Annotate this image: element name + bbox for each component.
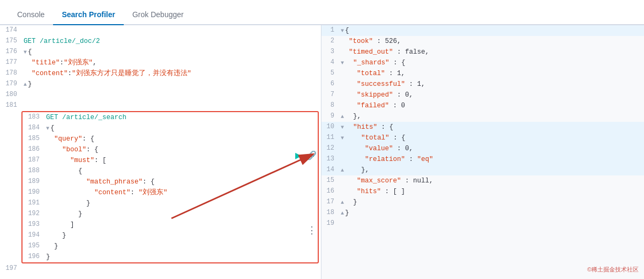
tab-console[interactable]: Console [9,5,53,25]
tab-search-profiler[interactable]: Search Profiler [53,5,124,25]
run-button[interactable]: ▶ [295,149,302,162]
output-line-9: 9 ▲ }, [321,111,644,122]
line-197: 197 [0,263,321,274]
output-line-6: 6 "successful" : 1, [321,79,644,90]
line-194: 194 } [23,230,318,241]
line-180: 180 [0,90,321,100]
output-line-16: 16 "hits" : [ ] [321,186,644,197]
output-line-8: 8 "failed" : 0 [321,100,644,111]
line-174: 174 [0,25,321,36]
output-line-19: 19 [321,218,644,229]
output-panel[interactable]: 1 ▼{ 2 "took" : 526, 3 "timed_out" : fal… [321,25,644,279]
tab-bar: Console Search Profiler Grok Debugger [0,0,644,25]
line-191: 191 } [23,198,318,209]
output-line-7: 7 "skipped" : 0, [321,90,644,100]
line-189: 189 "match_phrase": { [23,177,318,187]
line-188: 188 { [23,166,318,177]
output-line-18: 18 ▲} [321,208,644,218]
watermark: ©稀土掘金技术社区 [587,266,639,274]
output-code: 1 ▼{ 2 "took" : 526, 3 "timed_out" : fal… [321,25,644,229]
line-196: 196 } [23,252,318,262]
output-line-11: 11 ▼ "total" : { [321,133,644,143]
output-line-13: 13 "relation" : "eq" [321,154,644,165]
main-content: 174 175 GET /article/_doc/2 176 ▼{ 177 "… [0,25,644,279]
line-195: 195 } [23,241,318,252]
line-177: 177 "title":"刘强东", [0,57,321,68]
editor-panel: 174 175 GET /article/_doc/2 176 ▼{ 177 "… [0,25,321,279]
output-line-10: 10 ▼ "hits" : { [321,122,644,133]
output-line-17: 17 ▲ } [321,197,644,208]
line-181: 181 [0,100,321,111]
more-options-button[interactable]: ⋮ [307,224,317,236]
line-179: 179 ▲} [0,79,321,90]
link-icon[interactable]: 🔗 [306,150,317,161]
line-187: 187 "must": [ [23,155,318,166]
output-line-3: 3 "timed_out" : false, [321,47,644,57]
output-line-2: 2 "took" : 526, [321,36,644,47]
line-175: 175 GET /article/_doc/2 [0,36,321,47]
line-190: 190 "content": "刘强东" [23,187,318,198]
output-line-12: 12 "value" : 0, [321,143,644,154]
tab-grok-debugger[interactable]: Grok Debugger [124,5,192,25]
highlighted-code-block: 183 GET /article/_search 184 ▼{ 185 "que… [21,111,319,263]
line-192: 192 } [23,209,318,219]
line-178: 178 "content":"刘强东方才只是睡觉了，并没有违法" [0,68,321,79]
action-icons: ▶ 🔗 [295,149,317,162]
output-line-1: 1 ▼{ [321,25,644,36]
output-line-14: 14 ▲ }, [321,165,644,175]
line-184: 184 ▼{ [23,123,318,134]
output-line-5: 5 "total" : 1, [321,68,644,79]
code-editor[interactable]: 174 175 GET /article/_doc/2 176 ▼{ 177 "… [0,25,321,279]
output-line-15: 15 "max_score" : null, [321,175,644,186]
output-line-4: 4 ▼ "_shards" : { [321,57,644,68]
line-193: 193 ] [23,219,318,230]
line-186: 186 "bool": { [23,144,318,155]
line-183: 183 GET /article/_search [23,112,318,123]
line-185: 185 "query": { [23,134,318,144]
line-176: 176 ▼{ [0,47,321,57]
